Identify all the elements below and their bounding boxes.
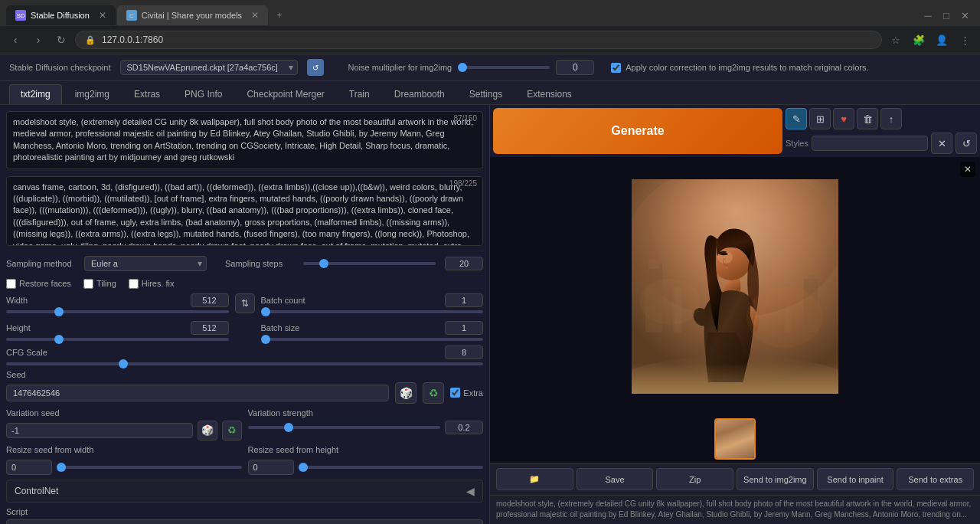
sampling-method-select[interactable]: Euler a (84, 256, 207, 271)
tab-civitai[interactable]: C Civitai | Share your models ✕ (117, 5, 268, 25)
seed-input[interactable] (6, 385, 389, 401)
tab-png-info[interactable]: PNG Info (173, 84, 234, 104)
variation-seed-input[interactable] (6, 423, 193, 438)
profile-icon[interactable]: 👤 (933, 31, 951, 49)
batch-count-slider[interactable] (261, 310, 484, 313)
save-button[interactable]: Save (577, 468, 654, 490)
color-correction-section: Apply color correction to img2img result… (611, 63, 868, 73)
checkpoint-refresh-icon[interactable]: ↺ (307, 59, 324, 76)
tiling-checkbox[interactable] (83, 279, 93, 289)
tab-close-sd[interactable]: ✕ (99, 10, 106, 21)
forward-button[interactable]: › (29, 31, 47, 49)
cfg-value[interactable] (445, 346, 483, 359)
generate-button[interactable]: Generate (493, 108, 782, 154)
sampling-steps-value[interactable] (445, 257, 483, 270)
extra-option: Extra (450, 388, 483, 398)
restore-faces-checkbox[interactable] (6, 279, 16, 289)
variation-seed-section: Variation seed 🎲 ♻ (6, 408, 242, 440)
folder-button[interactable]: 📁 (496, 468, 573, 490)
refresh-button[interactable]: ↻ (52, 31, 70, 49)
height-slider[interactable] (6, 338, 229, 341)
address-bar[interactable]: 🔒 127.0.0.1:7860 (75, 31, 882, 49)
tab-txt2img[interactable]: txt2img (9, 84, 62, 104)
height-value[interactable] (191, 321, 229, 335)
new-tab-button[interactable]: + (270, 5, 289, 25)
resize-width-value[interactable] (6, 460, 52, 475)
width-section: Width (6, 293, 229, 313)
seed-reuse-button[interactable]: ♻ (423, 382, 444, 404)
tiling-option: Tiling (83, 279, 116, 289)
grid-icon[interactable]: ⊞ (809, 108, 831, 129)
batch-count-value[interactable] (445, 293, 483, 307)
trash-icon[interactable]: 🗑 (857, 108, 878, 129)
tab-settings[interactable]: Settings (458, 84, 514, 104)
negative-prompt-counter: 198/225 (449, 179, 477, 188)
tab-train[interactable]: Train (338, 84, 381, 104)
noise-slider[interactable] (458, 66, 550, 69)
variation-seed-reuse-button[interactable]: ♻ (222, 421, 242, 440)
resize-height-value[interactable] (248, 460, 294, 475)
minimize-button[interactable]: ─ (919, 6, 937, 25)
main-content: modelshoot style, (extremely detailed CG… (0, 105, 980, 524)
back-button[interactable]: ‹ (6, 31, 24, 49)
cfg-label: CFG Scale (6, 348, 52, 357)
hires-fix-option: Hires. fix (129, 279, 175, 289)
close-window-button[interactable]: ✕ (956, 6, 974, 25)
maximize-button[interactable]: □ (937, 6, 956, 25)
seed-random-button[interactable]: 🎲 (395, 382, 416, 404)
thumbnail-0[interactable] (714, 418, 756, 460)
positive-prompt-textarea[interactable]: modelshoot style, (extremely detailed CG… (6, 111, 483, 169)
resize-width-slider[interactable] (57, 466, 242, 469)
send-extras-button[interactable]: Send to extras (897, 468, 974, 490)
right-panel: Generate ✎ ⊞ ♥ 🗑 ↑ Styles ✕ ↺ (490, 105, 980, 524)
batch-size-section: Batch size (261, 321, 484, 341)
batch-size-value[interactable] (445, 321, 483, 335)
variation-strength-value[interactable] (445, 421, 483, 434)
batch-size-slider[interactable] (261, 338, 484, 341)
send-inpaint-button[interactable]: Send to inpaint (817, 468, 894, 490)
send-img2img-button[interactable]: Send to img2img (737, 468, 814, 490)
script-select[interactable]: None (6, 519, 483, 524)
tab-stable-diffusion[interactable]: SD Stable Diffusion ✕ (6, 5, 116, 25)
width-slider[interactable] (6, 310, 229, 313)
styles-apply-button[interactable]: ↺ (956, 133, 977, 154)
sampling-steps-slider[interactable] (303, 262, 436, 265)
width-value[interactable] (191, 293, 229, 307)
pencil-icon[interactable]: ✎ (786, 108, 807, 129)
styles-clear-button[interactable]: ✕ (931, 133, 952, 154)
zip-button[interactable]: Zip (656, 468, 733, 490)
cfg-slider[interactable] (6, 362, 483, 365)
hires-fix-checkbox[interactable] (129, 279, 139, 289)
negative-prompt-textarea[interactable]: canvas frame, cartoon, 3d, (disfigured))… (6, 176, 483, 246)
resize-height-slider[interactable] (299, 466, 484, 469)
extra-checkbox[interactable] (450, 388, 460, 398)
upload-icon[interactable]: ↑ (880, 108, 902, 129)
batch-count-label: Batch count (261, 296, 307, 305)
svg-rect-5 (807, 275, 815, 283)
controlnet-section[interactable]: ControlNet ◀ (6, 480, 483, 503)
extension-icon[interactable]: 🧩 (910, 31, 928, 49)
image-display-area: ✕ (490, 157, 980, 415)
tab-close-civitai[interactable]: ✕ (251, 10, 259, 21)
tab-extras[interactable]: Extras (122, 84, 172, 104)
thumbnail-image-0 (716, 420, 754, 458)
color-correction-checkbox[interactable] (611, 63, 621, 73)
close-image-button[interactable]: ✕ (960, 162, 975, 177)
noise-input[interactable]: 0 (556, 60, 594, 75)
variation-strength-slider[interactable] (248, 426, 441, 429)
tab-dreambooth[interactable]: Dreambooth (383, 84, 456, 104)
send-img2img-label: Send to img2img (743, 475, 807, 484)
tab-extensions[interactable]: Extensions (515, 84, 583, 104)
styles-input[interactable] (812, 136, 928, 151)
more-icon[interactable]: ⋮ (956, 31, 974, 49)
negative-prompt-section: canvas frame, cartoon, 3d, (disfigured))… (6, 176, 483, 248)
variation-seed-random-button[interactable]: 🎲 (198, 421, 217, 440)
tool-row: ✎ ⊞ ♥ 🗑 ↑ (786, 108, 977, 129)
heart-icon[interactable]: ♥ (833, 108, 854, 129)
variation-seed-label: Variation seed (6, 408, 242, 418)
swap-dimensions-button[interactable]: ⇅ (235, 293, 255, 313)
tab-img2img[interactable]: img2img (64, 84, 121, 104)
bookmark-icon[interactable]: ☆ (887, 31, 905, 49)
checkpoint-select[interactable]: SD15NewVAEpruned.ckpt [27a4ac756c] (120, 60, 298, 75)
tab-checkpoint-merger[interactable]: Checkpoint Merger (235, 84, 335, 104)
